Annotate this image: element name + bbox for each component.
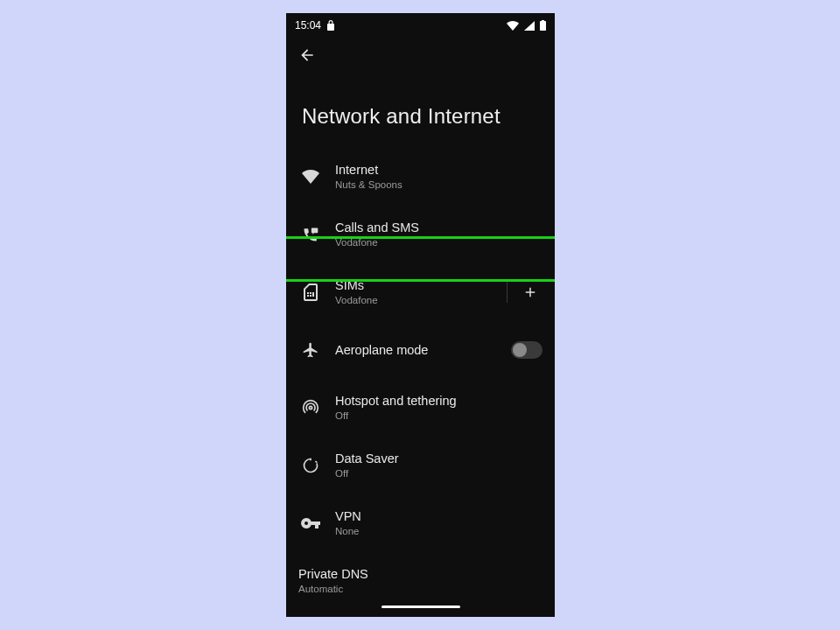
battery-icon: [540, 20, 546, 31]
call-sms-icon: [302, 226, 319, 243]
sim-card-icon: [304, 284, 318, 301]
divider-icon: [507, 282, 508, 303]
settings-item-adaptive-connectivity[interactable]: Adaptive connectivity: [286, 610, 555, 617]
wifi-icon: [302, 170, 319, 184]
settings-item-vpn[interactable]: VPN None: [286, 494, 555, 552]
settings-item-title: Hotspot and tethering: [335, 393, 542, 409]
wifi-status-icon: [507, 21, 519, 31]
settings-item-title: VPN: [335, 508, 542, 524]
gesture-nav-bar[interactable]: [382, 606, 460, 608]
settings-item-subtitle: None: [335, 526, 542, 538]
settings-item-sims[interactable]: SIMs Vodafone: [286, 263, 555, 321]
settings-item-aeroplane-mode[interactable]: Aeroplane mode: [286, 321, 555, 379]
settings-item-subtitle: Automatic: [298, 584, 542, 596]
back-button[interactable]: [291, 39, 323, 71]
settings-item-private-dns[interactable]: Private DNS Automatic: [286, 552, 555, 610]
settings-item-title: Calls and SMS: [335, 220, 542, 235]
settings-item-title: Aeroplane mode: [335, 342, 499, 358]
phone-frame: 15:04: [286, 13, 555, 617]
status-time: 15:04: [295, 19, 321, 32]
settings-item-title: Private DNS: [298, 566, 542, 582]
settings-item-subtitle: Vodafone: [335, 237, 542, 249]
settings-list: Internet Nuts & Spoons Calls and SMS Vod…: [286, 148, 555, 617]
settings-item-hotspot[interactable]: Hotspot and tethering Off: [286, 379, 555, 437]
settings-item-subtitle: Nuts & Spoons: [335, 179, 542, 192]
lock-icon: [326, 20, 335, 31]
data-saver-icon: [302, 457, 319, 474]
plus-icon: [522, 284, 538, 300]
airplane-icon: [302, 341, 319, 359]
hotspot-icon: [302, 399, 319, 416]
settings-item-calls-sms[interactable]: Calls and SMS Vodafone: [286, 206, 555, 263]
settings-item-internet[interactable]: Internet Nuts & Spoons: [286, 148, 555, 206]
status-bar: 15:04: [286, 13, 555, 38]
settings-item-subtitle: Vodafone: [335, 295, 494, 307]
add-sim-button[interactable]: [518, 280, 542, 304]
settings-item-subtitle: Off: [335, 468, 542, 480]
app-bar: [286, 38, 555, 73]
arrow-back-icon: [298, 46, 316, 64]
settings-item-subtitle: Off: [335, 410, 542, 423]
vpn-key-icon: [301, 518, 320, 528]
page-title: Network and Internet: [286, 73, 555, 148]
settings-item-title: Internet: [335, 162, 542, 178]
cell-signal-icon: [524, 21, 535, 31]
settings-item-title: SIMs: [335, 277, 494, 293]
settings-item-data-saver[interactable]: Data Saver Off: [286, 437, 555, 494]
aeroplane-mode-switch[interactable]: [511, 341, 542, 359]
settings-item-title: Data Saver: [335, 451, 542, 466]
